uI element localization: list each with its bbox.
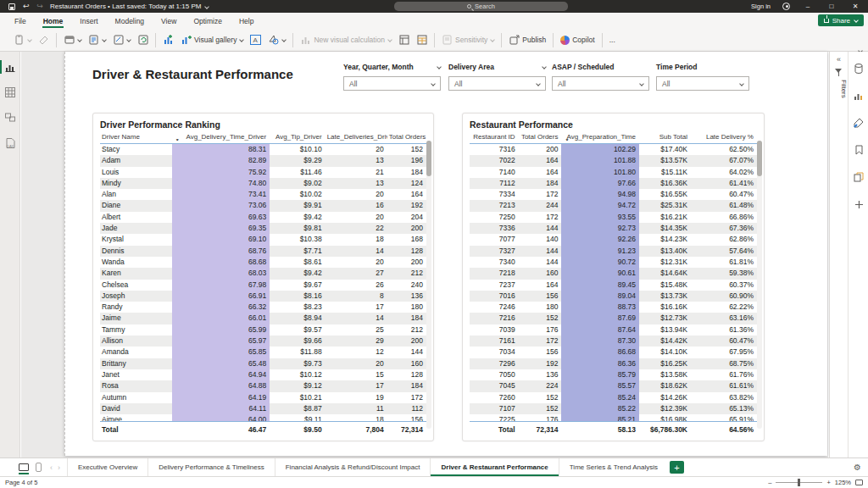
table-row[interactable]: Alan73.41$10.0220164 [100,189,426,200]
more-visuals-button[interactable] [268,35,286,46]
table-row[interactable]: Adam82.89$9.2913196 [100,155,426,166]
table-scrollbar[interactable] [426,141,431,429]
table-row[interactable]: 723716489.45$15.48K60.37% [470,280,757,291]
restaurant-performance-table[interactable]: Restaurant Performance Restaurant IDTota… [462,113,765,441]
table-row[interactable]: Krystal69.10$10.3818168 [100,234,426,245]
column-header[interactable]: Late_Deliveries_Driver [326,133,387,141]
table-row[interactable]: 710715285.22$12.39K65.13% [470,403,757,414]
close-button[interactable]: ✕ [849,3,861,10]
slicer-expand-icon[interactable] [437,64,442,69]
table-row[interactable]: David64.11$8.8711112 [100,403,426,414]
zoom-in-button[interactable]: + [826,479,830,486]
undo-icon[interactable]: ↩ [23,0,30,13]
table-row[interactable]: Mindy74.80$9.0213124 [100,178,426,189]
table-row[interactable]: Karen68.03$9.4227212 [100,268,426,279]
share-button[interactable]: Share [818,14,864,26]
transform-data-button[interactable] [113,35,131,46]
table-row[interactable]: 733614492.73$14.35K67.36% [470,223,757,234]
quick-measure-icon[interactable] [398,35,409,46]
more-options-button[interactable]: ... [609,36,615,44]
table-row[interactable]: 704522485.57$18.62K61.61% [470,380,757,391]
table-row[interactable]: 703415686.68$14.10K67.95% [470,347,757,358]
table-row[interactable]: 732714491.23$13.40K57.64% [470,246,757,257]
table-row[interactable]: 711218497.66$16.36K61.41% [470,178,757,189]
menu-help[interactable]: Help [231,14,261,28]
table-scrollbar[interactable] [757,141,762,429]
maximize-button[interactable]: □ [826,3,837,10]
column-header[interactable]: Driver Name [100,133,172,141]
page-tab[interactable]: Executive Overview [67,458,147,476]
table-row[interactable]: 726015285.24$14.26K63.82% [470,392,757,403]
table-row[interactable]: Chelsea67.98$9.6726240 [100,280,426,291]
sign-in-button[interactable]: Sign in [751,3,771,10]
table-row[interactable]: Louis75.92$11.4621184 [100,167,426,178]
table-row[interactable]: Albert69.63$9.4220204 [100,212,426,223]
fit-to-page-icon[interactable] [855,480,863,485]
expand-pane-icon[interactable]: « [830,55,848,64]
mobile-view-icon[interactable] [36,463,42,472]
zoom-slider[interactable] [776,482,822,483]
model-view-button[interactable] [0,108,20,128]
next-page-icon[interactable]: › [58,463,60,472]
table-row[interactable]: 7140164101.80$15.11K64.02% [470,167,757,178]
slicer-dropdown[interactable]: All [656,76,749,91]
table-row[interactable]: Autumn64.19$10.2119172 [100,392,426,403]
table-row[interactable]: Rosa64.88$9.1217184 [100,380,426,391]
table-row[interactable]: 722517685.21$16.98K65.91% [470,414,757,422]
add-pane-button[interactable] [849,194,868,214]
table-row[interactable]: Janet64.94$10.1215128 [100,369,426,380]
copilot-button[interactable]: Copilot [560,36,594,45]
format-pane-button[interactable] [849,113,868,133]
visualizations-pane-button[interactable] [849,86,868,106]
paste-button[interactable] [14,35,31,46]
page-tab[interactable]: Financial Analysis & Refund/Discount Imp… [275,458,431,476]
zoom-out-button[interactable]: – [768,479,771,486]
menu-home[interactable]: Home [36,14,71,28]
settings-gear-icon[interactable]: ⚙ [854,458,868,476]
table-row[interactable]: Allison65.97$9.6629200 [100,336,426,347]
table-row[interactable]: 716117287.30$14.42K60.47% [470,336,757,347]
column-header[interactable]: Sub Total [639,133,691,141]
save-icon[interactable] [8,3,15,10]
selection-pane-button[interactable] [849,167,868,187]
table-row[interactable]: 701615689.04$13.73K60.90% [470,291,757,302]
column-header[interactable]: Avg_Preparation_Time▼ [561,133,639,141]
page-tab[interactable]: Delivery Performance & Timeliness [147,458,274,476]
table-row[interactable]: Wanda68.68$8.6120200 [100,257,426,268]
slicer-dropdown[interactable]: All [448,76,546,91]
recent-sources-button[interactable] [88,35,106,46]
column-header[interactable]: Avg_Tip_Driver [270,133,325,141]
title-dropdown-icon[interactable] [205,4,210,9]
column-header[interactable]: Avg_Delivery_Time_Driver▼ [172,133,270,141]
collapse-ribbon-icon[interactable] [858,42,864,48]
filters-pane-collapsed[interactable]: « Filters [829,52,848,458]
slicer-dropdown[interactable]: All [552,76,649,91]
table-row[interactable]: Diane73.06$9.9116192 [100,200,426,211]
minimize-button[interactable]: – [802,3,814,10]
menu-file[interactable]: File [7,14,34,28]
menu-optimize[interactable]: Optimize [186,14,230,28]
table-row[interactable]: 705013685.79$13.58K61.76% [470,369,757,380]
table-row[interactable]: Stacy88.31$10.1020152 [100,144,426,155]
table-row[interactable]: 729619286.36$16.25K68.75% [470,358,757,369]
table-row[interactable]: 7316200102.29$17.40K62.50% [470,144,757,155]
table-row[interactable]: 703917687.64$13.94K61.36% [470,324,757,336]
page-tab[interactable]: Time Series & Trend Analysis [559,458,668,476]
dax-query-view-button[interactable]: DAX [0,133,20,153]
table-row[interactable]: 721324494.72$25.31K61.48% [470,200,757,211]
table-row[interactable]: Jaime66.01$8.9414184 [100,313,426,324]
column-header[interactable]: Late Delivery % [691,133,757,141]
report-page[interactable]: Driver & Restaurant Performance Year, Qu… [64,52,827,456]
slicer-dropdown[interactable]: All [343,76,441,91]
publish-button[interactable]: Publish [509,35,546,46]
driver-performance-table[interactable]: Driver Performance Ranking Driver NameAv… [92,113,434,441]
table-row[interactable]: 734014490.72$12.31K61.81% [470,257,757,268]
bookmarks-pane-button[interactable] [849,140,868,160]
slicer-expand-icon[interactable] [542,64,547,69]
menu-view[interactable]: View [153,14,184,28]
column-header[interactable]: Total Orders [519,133,562,141]
table-row[interactable]: 725017293.55$16.21K66.86% [470,212,757,223]
table-row[interactable]: Joseph66.91$8.168136 [100,291,426,302]
desktop-view-icon[interactable] [19,463,29,471]
new-page-button[interactable]: + [670,461,684,474]
